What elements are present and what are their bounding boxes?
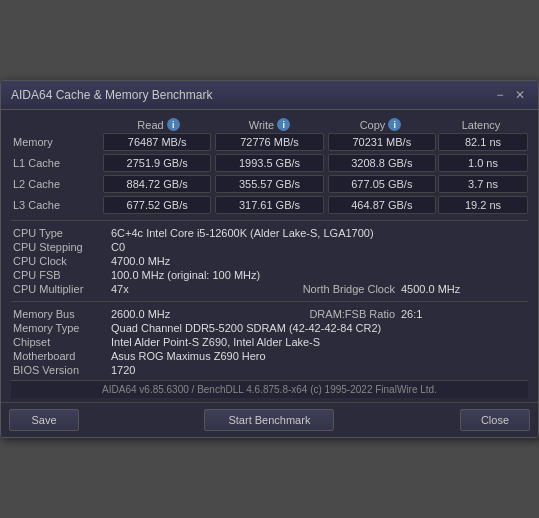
cpu-mult-row: CPU Multiplier 47x North Bridge Clock 45…: [11, 283, 528, 295]
bios-label: BIOS Version: [11, 364, 111, 376]
bench-row-l3: L3 Cache 677.52 GB/s 317.61 GB/s 464.87 …: [11, 196, 528, 214]
copy-info-icon[interactable]: i: [388, 118, 401, 131]
window-controls: − ✕: [492, 87, 528, 103]
l1-read: 2751.9 GB/s: [103, 154, 211, 172]
nb-clock-label: North Bridge Clock: [291, 283, 401, 295]
cpu-fsb-label: CPU FSB: [11, 269, 111, 281]
l3-copy: 464.87 GB/s: [328, 196, 436, 214]
chipset-value: Intel Alder Point-S Z690, Intel Alder La…: [111, 336, 528, 348]
cpu-mult-value: 47x: [111, 283, 291, 295]
main-content: Read i Write i Copy i Latency Memory 76: [1, 110, 538, 402]
write-info-icon[interactable]: i: [277, 118, 290, 131]
cpu-clock-label: CPU Clock: [11, 255, 111, 267]
cpu-mult-label: CPU Multiplier: [11, 283, 111, 295]
cpu-type-label: CPU Type: [11, 227, 111, 239]
memory-latency: 82.1 ns: [438, 133, 528, 151]
l1-latency: 1.0 ns: [438, 154, 528, 172]
cpu-type-row: CPU Type 6C+4c Intel Core i5-12600K (Ald…: [11, 227, 528, 239]
motherboard-row: Motherboard Asus ROG Maximus Z690 Hero: [11, 350, 528, 362]
mem-bus-value: 2600.0 MHz: [111, 308, 291, 320]
mem-type-value: Quad Channel DDR5-5200 SDRAM (42-42-42-8…: [111, 322, 528, 334]
close-button-bottom[interactable]: Close: [460, 409, 530, 431]
bios-value: 1720: [111, 364, 528, 376]
footer-info: AIDA64 v6.85.6300 / BenchDLL 4.6.875.8-x…: [11, 380, 528, 398]
cpu-info-section: CPU Type 6C+4c Intel Core i5-12600K (Ald…: [11, 227, 528, 295]
chipset-label: Chipset: [11, 336, 111, 348]
minimize-button[interactable]: −: [492, 87, 508, 103]
cpu-stepping-label: CPU Stepping: [11, 241, 111, 253]
col-header-read: Read i: [103, 118, 214, 131]
cpu-type-value: 6C+4c Intel Core i5-12600K (Alder Lake-S…: [111, 227, 528, 239]
save-button[interactable]: Save: [9, 409, 79, 431]
button-row: Save Start Benchmark Close: [1, 402, 538, 437]
col-header-0: [13, 118, 103, 131]
bench-header-row: Read i Write i Copy i Latency: [11, 118, 528, 131]
l3-latency: 19.2 ns: [438, 196, 528, 214]
motherboard-value: Asus ROG Maximus Z690 Hero: [111, 350, 528, 362]
start-benchmark-button[interactable]: Start Benchmark: [204, 409, 334, 431]
l2-copy: 677.05 GB/s: [328, 175, 436, 193]
bios-row: BIOS Version 1720: [11, 364, 528, 376]
l2-write: 355.57 GB/s: [215, 175, 323, 193]
memory-write: 72776 MB/s: [215, 133, 323, 151]
bench-row-l2: L2 Cache 884.72 GB/s 355.57 GB/s 677.05 …: [11, 175, 528, 193]
close-button[interactable]: ✕: [512, 87, 528, 103]
col-header-write: Write i: [214, 118, 325, 131]
cpu-stepping-value: C0: [111, 241, 528, 253]
bench-row-memory: Memory 76487 MB/s 72776 MB/s 70231 MB/s …: [11, 133, 528, 151]
bench-row-l1: L1 Cache 2751.9 GB/s 1993.5 GB/s 3208.8 …: [11, 154, 528, 172]
window-title: AIDA64 Cache & Memory Benchmark: [11, 88, 212, 102]
dram-fsb-value: 26:1: [401, 308, 422, 320]
dram-fsb-label: DRAM:FSB Ratio: [291, 308, 401, 320]
read-info-icon[interactable]: i: [167, 118, 180, 131]
divider-1: [11, 220, 528, 221]
l3-label: L3 Cache: [11, 199, 101, 211]
main-window: AIDA64 Cache & Memory Benchmark − ✕ Read…: [0, 80, 539, 438]
l2-latency: 3.7 ns: [438, 175, 528, 193]
cpu-stepping-row: CPU Stepping C0: [11, 241, 528, 253]
mem-type-row: Memory Type Quad Channel DDR5-5200 SDRAM…: [11, 322, 528, 334]
nb-clock-value: 4500.0 MHz: [401, 283, 460, 295]
cpu-clock-row: CPU Clock 4700.0 MHz: [11, 255, 528, 267]
memory-copy: 70231 MB/s: [328, 133, 436, 151]
memory-label: Memory: [11, 136, 101, 148]
footer-text: AIDA64 v6.85.6300 / BenchDLL 4.6.875.8-x…: [102, 384, 437, 395]
benchmark-section: Read i Write i Copy i Latency Memory 76: [11, 118, 528, 214]
l2-read: 884.72 GB/s: [103, 175, 211, 193]
mem-info-section: Memory Bus 2600.0 MHz DRAM:FSB Ratio 26:…: [11, 308, 528, 376]
mem-bus-row: Memory Bus 2600.0 MHz DRAM:FSB Ratio 26:…: [11, 308, 528, 320]
cpu-clock-value: 4700.0 MHz: [111, 255, 528, 267]
cpu-fsb-row: CPU FSB 100.0 MHz (original: 100 MHz): [11, 269, 528, 281]
cpu-fsb-value: 100.0 MHz (original: 100 MHz): [111, 269, 528, 281]
memory-read: 76487 MB/s: [103, 133, 211, 151]
mem-type-label: Memory Type: [11, 322, 111, 334]
l1-write: 1993.5 GB/s: [215, 154, 323, 172]
l1-copy: 3208.8 GB/s: [328, 154, 436, 172]
l2-label: L2 Cache: [11, 178, 101, 190]
motherboard-label: Motherboard: [11, 350, 111, 362]
col-header-latency: Latency: [436, 118, 526, 131]
divider-2: [11, 301, 528, 302]
l1-label: L1 Cache: [11, 157, 101, 169]
title-bar: AIDA64 Cache & Memory Benchmark − ✕: [1, 81, 538, 110]
l3-write: 317.61 GB/s: [215, 196, 323, 214]
chipset-row: Chipset Intel Alder Point-S Z690, Intel …: [11, 336, 528, 348]
col-header-copy: Copy i: [325, 118, 436, 131]
mem-bus-label: Memory Bus: [11, 308, 111, 320]
l3-read: 677.52 GB/s: [103, 196, 211, 214]
